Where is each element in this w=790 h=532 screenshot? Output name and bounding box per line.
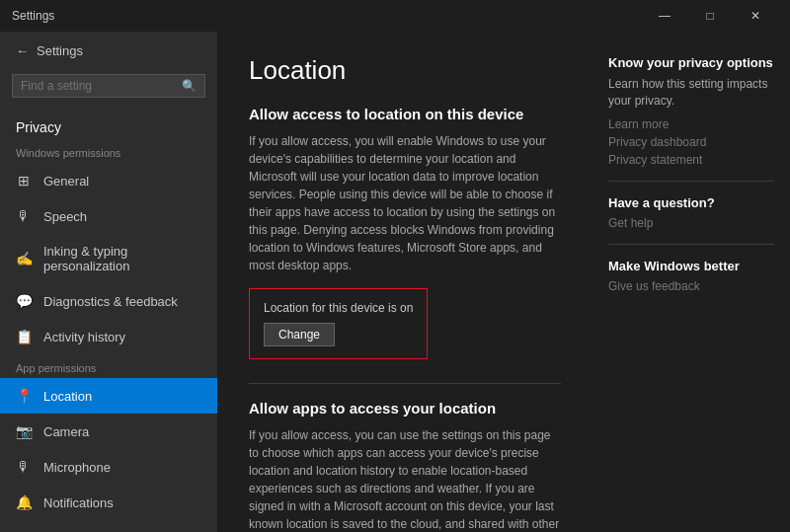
main-content: Location Allow access to location on thi… [217,32,592,532]
privacy-statement-link[interactable]: Privacy statement [608,153,774,167]
sidebar-item-speech[interactable]: 🎙 Speech [0,198,217,234]
learn-more-link[interactable]: Learn more [608,117,774,131]
apps-section-title: Allow apps to access your location [249,400,561,417]
sidebar-item-label: Diagnostics & feedback [43,294,178,309]
diagnostics-icon: 💬 [16,293,32,309]
sidebar-item-general[interactable]: ⊞ General [0,163,217,198]
sidebar-item-diagnostics[interactable]: 💬 Diagnostics & feedback [0,283,217,319]
sidebar-item-microphone[interactable]: 🎙 Microphone [0,449,217,485]
sidebar-item-label: General [43,174,89,189]
microphone-icon: 🎙 [16,459,32,475]
device-section-title: Allow access to location on this device [249,106,561,122]
camera-icon: 📷 [16,423,32,439]
apps-section-desc: If you allow access, you can use the set… [249,426,561,532]
sidebar-item-label: Inking & typing personalization [43,244,201,273]
app-permissions-label: App permissions [0,354,217,378]
device-location-status: Location for this device is on [264,301,413,315]
sidebar-item-label: Activity history [43,330,125,344]
separator-1 [608,181,774,182]
titlebar: Settings — □ ✕ [0,0,790,32]
device-location-box: Location for this device is on Change [249,288,428,359]
app-body: ← Settings 🔍 Privacy Windows permissions… [0,32,790,532]
windows-better-title: Make Windows better [608,259,774,273]
speech-icon: 🎙 [16,208,32,224]
windows-permissions-label: Windows permissions [0,139,217,163]
close-button[interactable]: ✕ [733,0,778,32]
minimize-button[interactable]: — [642,0,687,32]
location-icon: 📍 [16,388,32,404]
feedback-link[interactable]: Give us feedback [608,279,774,293]
sidebar-item-location[interactable]: 📍 Location [0,378,217,414]
question-title: Have a question? [608,195,774,210]
sidebar: ← Settings 🔍 Privacy Windows permissions… [0,32,217,532]
page-title: Location [249,55,561,86]
privacy-options-desc: Learn how this setting impacts your priv… [608,76,774,110]
search-box[interactable]: 🔍 [12,74,205,98]
device-section-desc: If you allow access, you will enable Win… [249,132,561,274]
sidebar-item-label: Location [43,389,92,404]
get-help-link[interactable]: Get help [608,216,774,230]
sidebar-item-label: Speech [43,209,87,224]
general-icon: ⊞ [16,173,32,189]
sidebar-item-activity[interactable]: 📋 Activity history [0,319,217,354]
change-button[interactable]: Change [264,323,335,346]
activity-icon: 📋 [16,329,32,344]
back-label: Settings [37,43,83,58]
back-arrow-icon: ← [16,43,29,58]
maximize-button[interactable]: □ [687,0,733,32]
search-input[interactable] [21,79,182,93]
separator-2 [608,244,774,245]
notifications-icon: 🔔 [16,494,32,510]
sidebar-item-label: Microphone [43,460,111,475]
allow-apps-section: Allow apps to access your location If yo… [249,383,561,532]
privacy-options-title: Know your privacy options [608,55,774,70]
privacy-label: Privacy [0,110,217,139]
sidebar-item-label: Camera [43,424,89,439]
privacy-dashboard-link[interactable]: Privacy dashboard [608,135,774,149]
window-controls: — □ ✕ [642,0,778,32]
app-title: Settings [12,9,642,23]
back-button[interactable]: ← Settings [0,32,217,70]
search-icon: 🔍 [182,79,197,93]
sidebar-item-inking[interactable]: ✍ Inking & typing personalization [0,234,217,283]
sidebar-item-camera[interactable]: 📷 Camera [0,414,217,449]
sidebar-item-label: Notifications [43,495,114,510]
right-panel: Know your privacy options Learn how this… [592,32,790,532]
sidebar-item-notifications[interactable]: 🔔 Notifications [0,485,217,520]
inking-icon: ✍ [16,251,32,266]
